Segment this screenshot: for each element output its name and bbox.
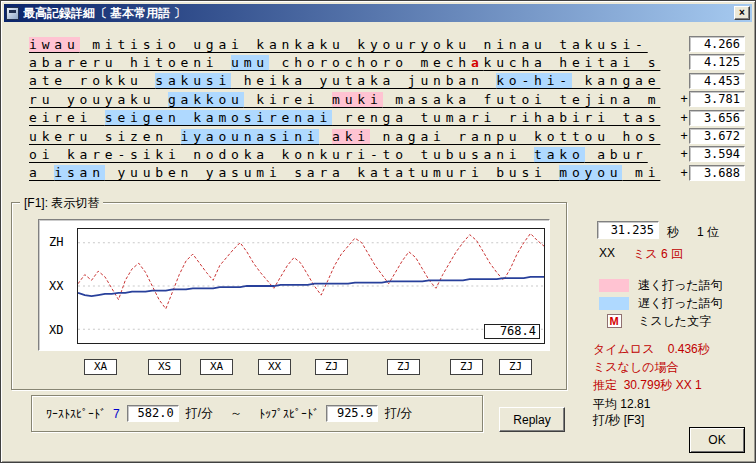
time-display: 31.235: [597, 221, 659, 239]
legend-item: 速く打った語句: [599, 276, 723, 294]
miss-row: XX ミス 6 回: [599, 246, 683, 263]
record-detail-window: 最高記録詳細〔 基本常用語 〕 × iwau mitisio ugai kank…: [0, 0, 756, 463]
line-value: +3.781: [679, 91, 745, 107]
text-segment: kirei: [244, 92, 332, 107]
text-segment-fast: aki: [332, 129, 370, 144]
chart-groupbox: [F1]: 表示切替 ZHXXXD 768.4 XAXSXAXXZJZJZJZJ: [11, 202, 567, 390]
tilde-label: ～: [230, 405, 242, 422]
chart-y-label: ZH: [49, 235, 63, 249]
miss-count-label: ミス 6 回: [633, 246, 683, 263]
chart-plot: 768.4: [77, 228, 545, 344]
chart-value-box: 768.4: [484, 324, 540, 339]
typing-line-text: a isan yuuben yasumi sara katatumuri bus…: [29, 165, 660, 180]
miss-glyph-box: M: [607, 314, 622, 328]
text-segment: yuuben yasumi sara katatumuri busi: [105, 165, 560, 180]
text-segment: eirei: [29, 110, 105, 125]
text-segment: mitisio ugai kankaku kyouryoku ninau tak…: [80, 37, 648, 52]
time-unit-label: 秒: [667, 224, 679, 241]
chart-marker: XX: [258, 359, 291, 375]
line-value: +3.688: [679, 165, 745, 181]
text-segment-slow: iyaounasini: [181, 129, 320, 144]
line-value: 4.266: [679, 36, 745, 52]
no-miss-label: ミスなしの場合: [593, 359, 678, 376]
worst-speed-value: 582.0: [127, 405, 179, 422]
chart-y-label: XX: [49, 279, 63, 293]
text-segment-slow: isan: [54, 165, 105, 180]
text-segment-slow: sakusi: [155, 73, 231, 88]
legend-key: M: [599, 314, 629, 328]
typing-line: iwau mitisio ugai kankaku kyouryoku nina…: [29, 35, 745, 53]
text-segment-slow: ko-hi-: [496, 73, 572, 88]
text-segment: masaka futoi tejina m: [383, 92, 661, 107]
line-plus-sign: +: [679, 147, 689, 161]
text-segment: oi kare-siki nodoka konkuri-to tubusani: [29, 147, 534, 162]
worst-speed-unit: 打/分: [186, 405, 213, 422]
legend-item: Mミスした文字: [599, 312, 723, 330]
typing-line-text: ukeru sizen iyaounasini aki nagai ranpu …: [29, 129, 660, 144]
chart-marker: XS: [148, 359, 181, 375]
text-segment-slow: moyou: [559, 165, 622, 180]
typing-line: oi kare-siki nodoka konkuri-to tubusani …: [29, 145, 745, 163]
text-segment-fast: muki: [332, 92, 383, 107]
text-segment-slow: umu: [231, 55, 269, 70]
replay-button[interactable]: Replay: [499, 407, 565, 432]
typing-line: ukeru sizen iyaounasini aki nagai ranpu …: [29, 127, 745, 145]
typing-line: ru youyaku gakkou kirei muki masaka futo…: [29, 90, 745, 108]
chart-svg: [78, 229, 544, 343]
chart-marker: ZJ: [387, 359, 420, 375]
legend-key: [599, 297, 629, 310]
line-speed-value: 3.672: [689, 128, 745, 144]
line-speed-value: 3.594: [689, 146, 745, 162]
close-button[interactable]: ×: [734, 6, 750, 20]
typing-line: ate rokku sakusi heika yutaka junban ko-…: [29, 72, 745, 90]
chart-marker: XA: [200, 359, 233, 375]
typing-line-text: ru youyaku gakkou kirei muki masaka futo…: [29, 92, 660, 107]
estimate-label: 推定 30.799秒 XX 1: [593, 377, 702, 394]
line-plus-sign: +: [679, 166, 689, 180]
typing-line-text: iwau mitisio ugai kankaku kyouryoku nina…: [29, 37, 648, 52]
legend: 速く打った語句遅く打った語句Mミスした文字: [599, 276, 723, 330]
typing-line-text: abareru hitoeni umu chorochoro mechakuch…: [29, 55, 660, 70]
typing-lines: iwau mitisio ugai kankaku kyouryoku nina…: [29, 35, 745, 189]
text-segment: [319, 129, 332, 144]
mask-label: XX: [599, 246, 615, 263]
legend-swatch: [599, 297, 629, 310]
text-segment: kucha heitai s: [484, 55, 661, 70]
typing-line: a isan yuuben yasumi sara katatumuri bus…: [29, 164, 745, 182]
top-speed-label: ﾄｯﾌﾟｽﾋﾟｰﾄﾞ: [259, 407, 319, 421]
worst-speed-label: ﾜｰｽﾄｽﾋﾟｰﾄﾞ: [46, 407, 106, 421]
typing-line: abareru hitoeni umu chorochoro mechakuch…: [29, 53, 745, 71]
text-segment: renga tumari rihabiri tas: [332, 110, 660, 125]
text-segment: ukeru sizen: [29, 129, 181, 144]
titlebar: 最高記録詳細〔 基本常用語 〕 ×: [4, 4, 752, 22]
timeloss-label: タイムロス 0.436秒: [593, 341, 710, 358]
text-segment: heika yutaka junban: [231, 73, 496, 88]
worst-speed-rank: 7: [113, 407, 120, 421]
text-segment-slow: gakkou: [168, 92, 244, 107]
chart-markers: XAXSXAXXZJZJZJZJ: [12, 359, 566, 375]
typing-line-text: ate rokku sakusi heika yutaka junban ko-…: [29, 73, 660, 88]
legend-item: 遅く打った語句: [599, 294, 723, 312]
line-speed-value: 3.688: [689, 165, 745, 181]
line-speed-value: 3.656: [689, 110, 745, 126]
text-segment: kangae: [572, 73, 660, 88]
legend-label: 遅く打った語句: [638, 295, 723, 312]
legend-label: 速く打った語句: [638, 277, 723, 294]
text-segment: ru youyaku: [29, 92, 168, 107]
average-value-label: 平均 12.81: [593, 396, 650, 413]
line-value: 4.125: [679, 54, 745, 70]
ok-button[interactable]: OK: [689, 427, 745, 453]
line-plus-sign: +: [679, 129, 689, 143]
chart-panel: ZHXXXD 768.4: [38, 219, 550, 351]
rank-label: 1 位: [697, 224, 719, 241]
line-plus-sign: +: [679, 111, 689, 125]
average-unit-label: 打/秒 [F3]: [593, 412, 644, 429]
typing-line-text: eirei seigen kamosirenai renga tumari ri…: [29, 110, 660, 125]
window-title: 最高記録詳細〔 基本常用語 〕: [23, 5, 730, 22]
legend-swatch: [599, 279, 629, 292]
line-value: +3.656: [679, 110, 745, 126]
text-segment-fast: iwau: [29, 37, 80, 52]
line-speed-value: 4.453: [689, 73, 745, 89]
chart-marker: XA: [84, 359, 117, 375]
close-icon: ×: [739, 8, 745, 18]
